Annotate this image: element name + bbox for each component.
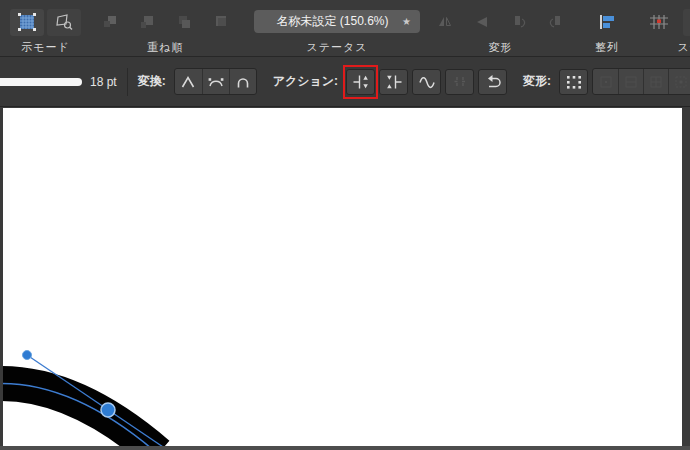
transform-disabled-2 — [618, 69, 643, 94]
smooth-curve-button[interactable] — [412, 69, 441, 95]
convert-to-smart-icon — [206, 73, 226, 91]
flip-vertical-icon — [435, 12, 455, 32]
pixel-view-button[interactable] — [10, 9, 44, 36]
status-label: ステータス — [306, 40, 367, 55]
move-forward-icon — [137, 12, 157, 32]
outline-view-icon — [54, 12, 74, 32]
convert-label: 変換: — [138, 73, 166, 90]
selected-curve-node[interactable] — [101, 403, 115, 417]
view-mode-label: 示モード — [21, 40, 70, 55]
move-backward-icon — [174, 12, 194, 32]
close-curve-icon — [384, 73, 404, 91]
transform-mode-button[interactable] — [559, 69, 588, 95]
reverse-curve-button[interactable] — [478, 69, 507, 95]
canvas-right-edge[interactable] — [682, 108, 690, 450]
move-to-front-button[interactable] — [93, 9, 127, 36]
rotate-cw-icon — [546, 12, 566, 32]
merge-curves-button-disabled — [445, 69, 474, 95]
snapping-grid-icon — [648, 12, 669, 32]
disabled-transform-icon — [672, 74, 690, 90]
convert-to-smooth-button[interactable] — [229, 69, 256, 94]
bezier-handle-point[interactable] — [23, 351, 32, 360]
rotate-cw-button[interactable] — [539, 9, 573, 36]
rotate-ccw-button[interactable] — [502, 9, 536, 36]
flip-horizontal-button[interactable] — [465, 9, 499, 36]
transform-mode-icon — [564, 73, 584, 91]
convert-to-sharp-icon — [178, 73, 198, 91]
unsaved-star-icon: ★ — [402, 16, 411, 27]
move-to-back-icon — [211, 12, 231, 32]
transform-disabled-4 — [668, 69, 690, 94]
stroke-width-slider[interactable] — [0, 78, 82, 86]
outline-view-button[interactable] — [47, 9, 81, 36]
disabled-transform-icon — [622, 74, 640, 90]
stroke-width-value: 18 pt — [90, 75, 117, 89]
document-canvas[interactable] — [0, 108, 690, 450]
snap-target-button[interactable] — [683, 9, 690, 36]
black-stroke-path[interactable] — [0, 384, 158, 450]
convert-to-smart-button[interactable] — [202, 69, 229, 94]
context-toolbar: 18 pt 変換: アクション: — [0, 57, 690, 107]
convert-to-smooth-icon — [233, 73, 253, 91]
transform-disabled-3 — [643, 69, 668, 94]
transform-disabled-1 — [593, 69, 618, 94]
snapping-grid-button[interactable] — [639, 9, 677, 36]
snap-group: スナップ — [639, 7, 690, 55]
break-curve-button[interactable] — [346, 69, 375, 95]
transform-group-top: 変形 — [428, 7, 573, 55]
reverse-curve-icon — [483, 73, 503, 91]
transform-disabled-group — [592, 68, 690, 95]
merge-curves-icon — [450, 73, 470, 91]
rotate-ccw-icon — [509, 12, 529, 32]
canvas-left-edge — [0, 108, 3, 450]
arrange-label: 重ね順 — [147, 40, 183, 55]
pixel-view-icon — [16, 12, 38, 32]
transform-label-context: 変形: — [523, 73, 551, 90]
main-toolbar: 示モード 重ね順 名称未設定 (150.6%) — [0, 0, 690, 57]
status-group: 名称未設定 (150.6%) ★ ステータス — [254, 7, 420, 55]
document-title: 名称未設定 (150.6%) — [263, 13, 402, 30]
arrange-group: 重ね順 — [93, 7, 238, 55]
align-button[interactable] — [587, 9, 627, 36]
disabled-transform-icon — [647, 74, 665, 90]
flip-horizontal-icon — [472, 12, 492, 32]
move-to-front-icon — [100, 12, 120, 32]
separator — [127, 68, 128, 96]
disabled-transform-icon — [597, 74, 615, 90]
flip-vertical-button[interactable] — [428, 9, 462, 36]
move-backward-button[interactable] — [167, 9, 201, 36]
transform-label-top: 変形 — [489, 40, 513, 55]
convert-to-sharp-button[interactable] — [175, 69, 202, 94]
convert-button-group — [174, 68, 257, 95]
move-to-back-button[interactable] — [204, 9, 238, 36]
align-group: 整列 — [587, 7, 627, 55]
move-forward-button[interactable] — [130, 9, 164, 36]
close-curve-button[interactable] — [379, 69, 408, 95]
snap-label: スナップ — [677, 40, 690, 55]
canvas-bottom-edge[interactable] — [0, 446, 690, 450]
artwork-layer — [0, 108, 690, 450]
document-title-button[interactable]: 名称未設定 (150.6%) ★ — [254, 10, 420, 33]
smooth-curve-icon — [417, 73, 437, 91]
view-mode-group: 示モード — [10, 7, 81, 55]
align-icon — [597, 12, 617, 32]
align-label: 整列 — [595, 40, 619, 55]
action-label: アクション: — [273, 73, 338, 90]
break-curve-icon — [351, 73, 371, 91]
